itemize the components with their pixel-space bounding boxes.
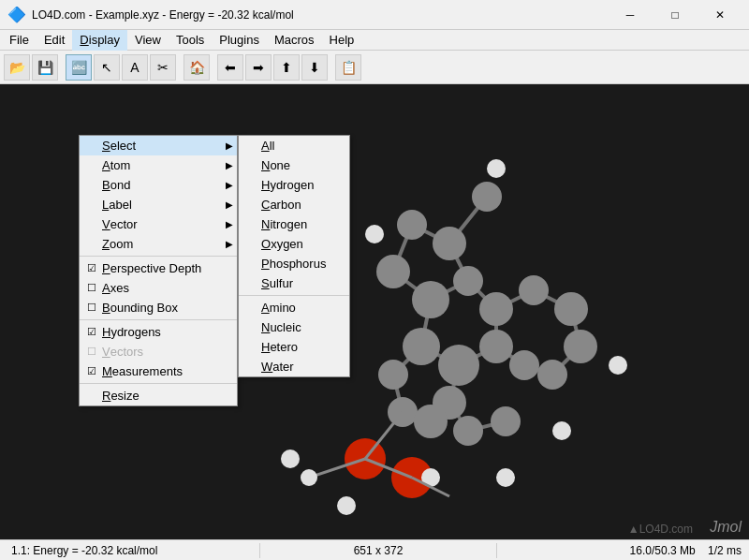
- measurements-check: ☑: [87, 365, 102, 377]
- menu-help[interactable]: Help: [322, 30, 362, 51]
- svg-point-54: [337, 496, 356, 515]
- svg-point-45: [491, 406, 521, 436]
- display-bond[interactable]: Bond ▶: [80, 175, 237, 195]
- perspective-check: ☑: [87, 262, 102, 274]
- select-arrow: ▶: [226, 140, 233, 151]
- home-button[interactable]: 🏠: [184, 54, 210, 81]
- select-all[interactable]: All: [239, 136, 349, 155]
- menu-plugins[interactable]: Plugins: [212, 30, 267, 51]
- svg-point-55: [496, 468, 515, 487]
- titlebar: 🔷 LO4D.com - Example.xyz - Energy = -20.…: [0, 0, 749, 30]
- app-icon: 🔷: [7, 6, 26, 23]
- display-vectors[interactable]: ☐ Vectors: [80, 342, 237, 361]
- measure-button[interactable]: ✂: [150, 54, 176, 81]
- axes-check: ☐: [87, 282, 102, 294]
- svg-point-28: [376, 255, 410, 288]
- select-oxygen[interactable]: Oxygen: [239, 234, 349, 254]
- lo4d-watermark: ▲LO4D.com: [628, 523, 693, 536]
- nav-down-button[interactable]: ⬇: [301, 54, 328, 81]
- select-nucleic[interactable]: Nucleic: [239, 317, 349, 337]
- toolbar: 📂 💾 🔤 ↖ A ✂ 🏠 ⬅ ➡ ⬆ ⬇ 📋: [0, 51, 749, 84]
- svg-point-43: [414, 405, 448, 438]
- svg-point-26: [433, 227, 466, 260]
- svg-point-35: [519, 275, 549, 305]
- menu-file[interactable]: File: [2, 30, 37, 51]
- maximize-button[interactable]: □: [654, 0, 697, 30]
- svg-point-32: [403, 328, 440, 365]
- display-axes[interactable]: ☐ Axes: [80, 278, 237, 298]
- display-measurements[interactable]: ☑ Measurements: [80, 361, 237, 381]
- select-hetero[interactable]: Hetero: [239, 337, 349, 357]
- separator-2: [80, 319, 237, 320]
- display-atom[interactable]: Atom ▶: [80, 155, 237, 175]
- select-sulfur[interactable]: Sulfur: [239, 273, 349, 293]
- hydrogens-check: ☑: [87, 326, 102, 338]
- status-energy: 1.1: Energy = -20.32 kcal/mol: [0, 544, 259, 557]
- svg-point-60: [301, 469, 317, 486]
- select-tool-button[interactable]: ↖: [94, 54, 120, 81]
- main-viewport[interactable]: Jmol ▲LO4D.com Select ▶ Atom ▶ Bond ▶ L: [0, 84, 749, 543]
- select-amino[interactable]: Amino: [239, 298, 349, 317]
- atom-arrow: ▶: [226, 160, 233, 170]
- bounding-check: ☐: [87, 302, 102, 314]
- svg-point-33: [438, 345, 479, 386]
- menu-tools[interactable]: Tools: [169, 30, 212, 51]
- copy-button[interactable]: 📋: [335, 54, 361, 81]
- save-button[interactable]: 💾: [32, 54, 58, 81]
- menu-display[interactable]: Display: [72, 30, 127, 51]
- bond-arrow: ▶: [226, 180, 233, 190]
- display-hydrogens[interactable]: ☑ Hydrogens: [80, 322, 237, 342]
- select-hydrogen[interactable]: Hydrogen: [239, 175, 349, 195]
- svg-point-34: [479, 330, 513, 363]
- svg-point-49: [365, 225, 384, 243]
- svg-point-51: [552, 421, 571, 440]
- menu-view[interactable]: View: [127, 30, 169, 51]
- select-carbon[interactable]: Carbon: [239, 195, 349, 214]
- vector-arrow: ▶: [226, 219, 233, 229]
- title-text: LO4D.com - Example.xyz - Energy = -20.32…: [32, 8, 609, 22]
- status-memory: 16.0/50.3 Mb 1/2 ms: [497, 544, 749, 557]
- svg-point-37: [564, 330, 597, 363]
- display-label[interactable]: Label ▶: [80, 195, 237, 214]
- display-perspective[interactable]: ☑ Perspective Depth: [80, 258, 237, 278]
- status-dimensions: 651 x 372: [260, 544, 497, 557]
- minimize-button[interactable]: ─: [609, 0, 652, 30]
- separator-1: [80, 256, 237, 257]
- display-zoom[interactable]: Zoom ▶: [80, 234, 237, 254]
- label-button[interactable]: A: [122, 54, 148, 81]
- select-nitrogen[interactable]: Nitrogen: [239, 214, 349, 234]
- select-water[interactable]: Water: [239, 357, 349, 376]
- svg-point-31: [479, 292, 513, 326]
- display-dropdown[interactable]: Select ▶ Atom ▶ Bond ▶ Label ▶ Vector: [79, 135, 238, 406]
- svg-point-48: [487, 159, 506, 178]
- svg-point-44: [453, 416, 483, 446]
- display-select[interactable]: Select ▶: [80, 136, 237, 155]
- select-none[interactable]: None: [239, 155, 349, 175]
- label-arrow: ▶: [226, 199, 233, 210]
- menu-macros[interactable]: Macros: [267, 30, 322, 51]
- statusbar: 1.1: Energy = -20.32 kcal/mol 651 x 372 …: [0, 539, 749, 560]
- nav-right-button[interactable]: ➡: [245, 54, 272, 81]
- select-phosphorus[interactable]: Phosphorus: [239, 254, 349, 273]
- svg-point-53: [281, 449, 300, 468]
- menu-edit[interactable]: Edit: [37, 30, 72, 51]
- svg-point-30: [453, 266, 483, 296]
- display-bounding[interactable]: ☐ Bounding Box: [80, 298, 237, 317]
- vectors-check: ☐: [87, 346, 102, 358]
- settings-button[interactable]: 🔤: [66, 54, 92, 81]
- separator-3: [80, 383, 237, 384]
- svg-point-25: [472, 182, 502, 212]
- svg-point-36: [554, 292, 588, 326]
- nav-up-button[interactable]: ⬆: [273, 54, 300, 81]
- select-submenu[interactable]: All None Hydrogen Carbon Nitrogen Oxygen…: [238, 135, 350, 377]
- submenu-sep: [239, 295, 349, 296]
- display-resize[interactable]: Resize: [80, 386, 237, 405]
- open-button[interactable]: 📂: [4, 54, 30, 81]
- jmol-watermark: Jmol: [710, 519, 742, 536]
- display-vector[interactable]: Vector ▶: [80, 214, 237, 234]
- svg-point-29: [412, 281, 449, 318]
- svg-point-39: [509, 350, 539, 380]
- menubar: File Edit Display View Tools Plugins Mac…: [0, 30, 749, 51]
- close-button[interactable]: ✕: [698, 0, 742, 30]
- nav-left-button[interactable]: ⬅: [217, 54, 243, 81]
